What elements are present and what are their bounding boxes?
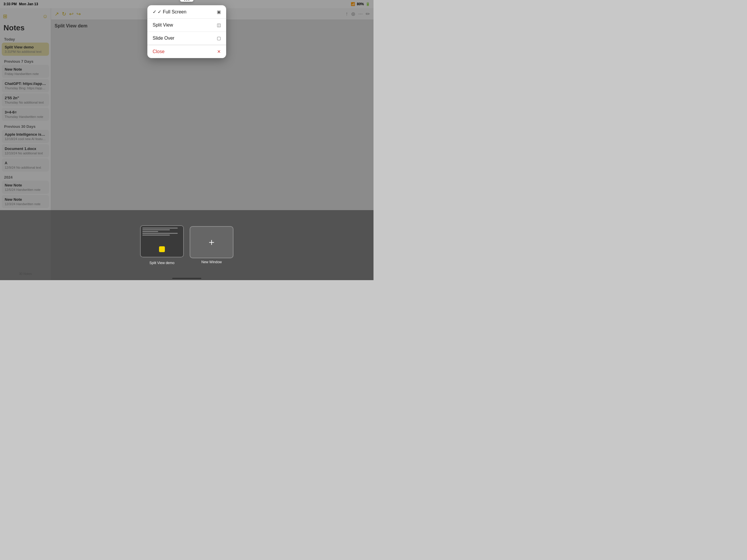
new-window-label: New Window (201, 260, 222, 264)
menu-item-fullscreen[interactable]: ✓ Full Screen ▣ (147, 5, 226, 19)
menu-item-splitview[interactable]: Split View ◫ (147, 19, 226, 32)
splitview-window-label: Split View demo (149, 261, 175, 265)
thumb-frame-new: ＋ (190, 226, 233, 258)
plus-icon: ＋ (207, 236, 216, 249)
bottom-overlay: Split View demo ＋ New Window (0, 210, 374, 280)
fullscreen-label: ✓ Full Screen (153, 9, 186, 15)
three-dot-button[interactable] (180, 0, 194, 2)
dot1 (184, 0, 185, 1)
menu-item-close[interactable]: Close ✕ (147, 45, 226, 58)
home-indicator (172, 278, 201, 279)
fullscreen-icon: ▣ (217, 9, 221, 15)
menu-item-slideover[interactable]: Slide Over ▢ (147, 32, 226, 45)
close-label: Close (153, 49, 164, 54)
slideover-icon: ▢ (217, 35, 221, 41)
splitview-icon: ◫ (217, 23, 221, 28)
splitview-label: Split View (153, 23, 173, 28)
thumb-frame-splitview (140, 225, 184, 257)
notes-app-icon (159, 246, 165, 252)
dropdown-menu: ✓ Full Screen ▣ Split View ◫ Slide Over … (147, 5, 226, 58)
dot3 (188, 0, 189, 1)
slideover-label: Slide Over (153, 35, 175, 41)
thumb-screenshot (140, 226, 183, 257)
window-thumb-splitview[interactable]: Split View demo (140, 225, 184, 265)
dot2 (186, 0, 187, 1)
close-icon: ✕ (217, 49, 221, 54)
window-thumb-new[interactable]: ＋ New Window (190, 226, 233, 264)
